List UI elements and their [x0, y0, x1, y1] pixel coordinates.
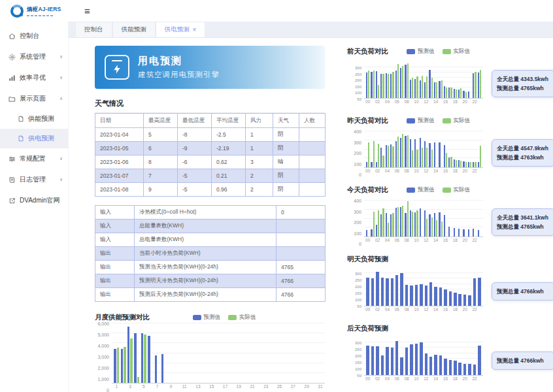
x-tick-label: 16: [443, 99, 448, 105]
bar: [390, 144, 392, 167]
sidebar-item-dvadmin-site[interactable]: DVAdmin官网: [0, 190, 68, 211]
x-tick-label: 02: [375, 237, 380, 244]
y-axis: 01,0002,0003,0004,0005,0006,000: [95, 323, 112, 390]
sidebar-item-display-pages[interactable]: 展示页面 ∧: [0, 88, 68, 109]
bar-group: [399, 62, 404, 98]
bar: [391, 348, 394, 376]
bar: [371, 72, 372, 98]
bar-group: [385, 201, 390, 237]
y-tick-label: 100: [355, 367, 361, 371]
bar: [392, 146, 394, 167]
y-tick-label: 200: [354, 220, 361, 225]
chart-title: 昨天负荷对比: [347, 116, 388, 125]
chart-title: 今天负荷对比: [347, 186, 388, 195]
bar: [436, 82, 437, 98]
hourly-bar-chart: 5010015020025030000020406081012141618202…: [347, 62, 483, 105]
bar-group: [222, 323, 228, 383]
bar-group: [317, 323, 324, 383]
bar-group: [385, 62, 390, 98]
x-tick-label: 20: [462, 168, 467, 174]
bar: [434, 82, 435, 98]
tab-power-forecast[interactable]: 供电预测 ×: [156, 22, 206, 37]
chart-legend: 预测值 实际值: [407, 186, 470, 194]
sidebar-item-power-forecast[interactable]: 供电预测: [0, 129, 68, 148]
bar: [450, 157, 452, 168]
bar-group: [462, 201, 467, 237]
x-tick-label: [428, 306, 433, 313]
x-tick-label: [297, 384, 303, 390]
sidebar-item-system-mgmt[interactable]: 系统管理 ∨: [0, 46, 68, 67]
sidebar-item-efficiency[interactable]: 效率寻优 ∨: [0, 67, 68, 88]
x-tick-label: [428, 237, 433, 244]
x-tick-label: 02: [375, 168, 380, 174]
table-row: 输出预测后天冷热负荷(KWH)(0-24h)4766: [95, 288, 326, 302]
file-icon: [18, 116, 24, 122]
bar: [412, 212, 413, 237]
x-tick-label: 00: [365, 306, 370, 313]
x-axis: 000204060810121416182022: [364, 376, 483, 382]
bar: [400, 207, 401, 237]
bar: [463, 91, 464, 98]
x-tick-label: [370, 376, 375, 382]
bar: [420, 138, 421, 167]
table-row: 输入总电量表数(KWH): [95, 233, 326, 247]
bar: [373, 71, 375, 98]
bar-group: [127, 323, 133, 383]
bar-group: [453, 201, 458, 237]
x-tick-label: 14: [433, 99, 438, 105]
bar: [460, 161, 461, 167]
sidebar-item-energy-forecast[interactable]: 供能预测: [0, 109, 68, 129]
x-tick-label: 16: [443, 237, 448, 244]
hourly-bar-chart: 0100200300400000204060810121416182022: [347, 201, 483, 244]
x-tick-label: 16: [443, 168, 448, 174]
plot-area: [364, 339, 483, 376]
bar: [130, 338, 133, 383]
sidebar-item-console[interactable]: 控制台: [0, 25, 68, 46]
bar-group: [443, 270, 448, 306]
bar: [400, 357, 403, 375]
bar-group: [154, 323, 160, 383]
bar: [380, 148, 382, 167]
x-tick-label: 19: [235, 384, 242, 390]
bar-group: [453, 339, 458, 375]
x-tick-label: [370, 306, 375, 313]
x-tick-label: [477, 237, 482, 244]
sidebar-item-general-config[interactable]: 常规配置 ∨: [0, 148, 68, 169]
x-tick-label: [467, 306, 472, 313]
x-tick-label: 08: [404, 376, 409, 382]
x-tick-label: [229, 384, 235, 390]
bar-group: [428, 131, 433, 167]
bar-group: [438, 131, 443, 167]
bar-group: [399, 131, 404, 167]
bar-group: [467, 62, 472, 98]
x-tick-label: [242, 384, 248, 390]
bar-group: [181, 323, 188, 383]
bar: [444, 145, 445, 167]
x-tick-label: 22: [472, 376, 477, 382]
x-tick-label: [409, 99, 414, 105]
bar-group: [404, 201, 409, 237]
bar: [405, 136, 406, 167]
chart-legend: 预测值 实际值: [193, 314, 256, 321]
bar-group: [443, 339, 448, 375]
tab-energy-forecast[interactable]: 供能预测: [112, 22, 156, 37]
bar-group: [375, 131, 380, 167]
plot-area: [364, 270, 483, 306]
bar-group: [263, 323, 269, 383]
x-tick-label: 20: [462, 237, 467, 244]
close-icon[interactable]: ×: [193, 26, 197, 33]
bar: [429, 282, 433, 306]
tab-console[interactable]: 控制台: [75, 22, 112, 37]
bar: [392, 72, 394, 98]
y-tick-label: 250: [355, 348, 361, 351]
bar: [386, 213, 387, 237]
brand-logo[interactable]: 熵枢AJ-IERS: [0, 5, 69, 18]
x-tick-label: 18: [453, 168, 458, 174]
sidebar-item-log-mgmt[interactable]: 日志管理 ∨: [0, 169, 68, 190]
hamburger-menu-icon[interactable]: ≡: [84, 6, 90, 16]
x-tick-label: [161, 384, 167, 390]
y-axis: 50100150200250300: [347, 270, 364, 313]
bar-group: [414, 339, 418, 375]
bar: [382, 74, 384, 98]
x-tick-label: [428, 376, 433, 382]
